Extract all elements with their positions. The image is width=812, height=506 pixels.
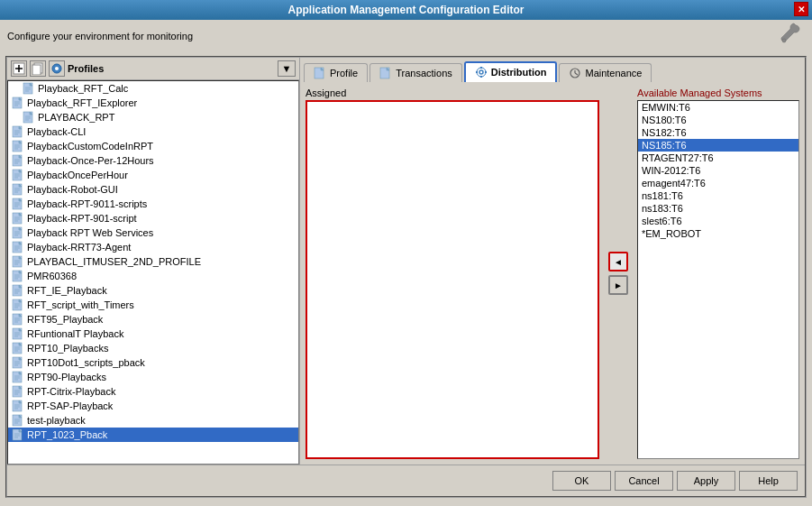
profiles-list-item[interactable]: PlaybackCustomCodeInRPT [8,139,298,153]
profile-item-label: Playback-Once-Per-12Hours [27,155,154,166]
right-panel: Profile Transactions Distribution Mainte… [300,58,805,465]
profile-item-label: RPT10_Playbacks [27,343,109,354]
tab-profile[interactable]: Profile [304,63,368,82]
profiles-list[interactable]: Playback_RFT_Calc Playback_RFT_IExplorer… [7,80,299,465]
profiles-list-item[interactable]: RPT90-Playbacks [8,370,298,384]
profiles-list-item[interactable]: Playback-RPT-901-script [8,211,298,225]
svg-rect-141 [480,76,482,78]
profile-item-label: RPT10Dot1_scripts_pback [27,357,145,368]
apply-button[interactable]: Apply [677,471,735,491]
profile-item-icon [12,140,24,152]
profile-item-label: Playback_RFT_Calc [38,83,128,94]
profiles-list-item[interactable]: RFT95_Playback [8,312,298,327]
available-list-item[interactable]: NS185:T6 [638,139,798,152]
svg-rect-143 [485,71,487,73]
config-text: Configure your environment for monitorin… [0,26,200,46]
available-list-item[interactable]: emagent47:T6 [638,177,798,189]
tab-transactions[interactable]: Transactions [370,63,462,82]
tab-distribution[interactable]: Distribution [464,61,558,82]
profiles-list-item[interactable]: Playback-RRT73-Agent [8,240,298,254]
profile-item-label: Playback_RFT_IExplorer [27,97,137,108]
profile-item-label: Playback RPT Web Services [27,227,153,238]
available-label: Available Managed Systems [637,87,799,98]
title-bar: Application Management Configuration Edi… [0,0,812,20]
profiles-list-item[interactable]: Playback-Robot-GUI [8,182,298,197]
profiles-list-item[interactable]: RPT10Dot1_scripts_pback [8,355,298,370]
profiles-list-item[interactable]: RPT-Citrix-Playback [8,384,298,399]
profiles-list-item[interactable]: Playback-CLI [8,124,298,139]
wrench-icon [778,22,803,49]
profiles-list-item[interactable]: RPT-SAP-Playback [8,399,298,413]
profile-item-label: Playback-CLI [27,126,86,137]
settings-icon-btn[interactable] [49,60,65,77]
svg-point-8 [55,67,59,70]
svg-point-139 [477,68,486,77]
available-list-item[interactable]: ns183:T6 [638,202,798,215]
profiles-list-item[interactable]: test-playback [8,413,298,428]
profile-item-icon [12,414,24,427]
profiles-list-item[interactable]: RPT10_Playbacks [8,341,298,355]
available-list-item[interactable]: slest6:T6 [638,215,798,227]
profile-item-icon [12,299,24,311]
new-icon-btn[interactable] [11,60,27,77]
doc-icon [314,67,326,79]
help-button[interactable]: Help [739,471,798,491]
tab-label-maintenance: Maintenance [585,68,642,78]
clock-icon [569,67,581,79]
svg-point-1 [782,39,786,42]
profiles-dropdown-btn[interactable]: ▼ [278,60,296,77]
move-right-button[interactable]: ► [608,275,628,295]
available-list[interactable]: EMWIN:T6NS180:T6NS182:T6NS185:T6RTAGENT2… [637,100,799,459]
available-list-item[interactable]: NS180:T6 [638,114,798,126]
profile-item-icon [12,342,24,354]
profile-item-icon [12,356,24,369]
profile-item-icon [12,327,24,340]
profiles-label: Profiles [68,63,275,74]
profile-item-label: RFuntionalT Playback [27,328,123,339]
available-list-item[interactable]: RTAGENT27:T6 [638,152,798,164]
available-list-item[interactable]: EMWIN:T6 [638,101,798,114]
available-list-item[interactable]: NS182:T6 [638,126,798,139]
profile-item-icon [12,212,24,225]
profile-item-icon [12,125,24,138]
profile-item-icon [12,226,24,239]
profile-item-label: Playback-RRT73-Agent [27,242,131,253]
profile-item-icon [12,371,24,383]
profiles-list-item[interactable]: RPT_1023_Pback [8,428,298,442]
profiles-list-item[interactable]: RFuntionalT Playback [8,327,298,341]
profiles-list-item[interactable]: PlaybackOncePerHour [8,168,298,182]
svg-rect-140 [480,67,482,69]
profiles-list-item[interactable]: Playback_RFT_Calc [8,81,298,96]
svg-rect-6 [32,65,41,75]
ok-button[interactable]: OK [552,471,611,491]
profile-item-label: Playback-RPT-901-script [27,213,137,224]
profiles-list-item[interactable]: Playback RPT Web Services [8,225,298,240]
profiles-list-item[interactable]: PMR60368 [8,269,298,283]
close-button[interactable]: ✕ [794,2,808,16]
available-list-item[interactable]: *EM_ROBOT [638,227,798,240]
profiles-panel: Profiles ▼ Playback_RFT_Calc Playback_RF… [7,58,300,465]
profile-item-label: test-playback [27,415,86,426]
profile-item-icon [12,154,24,167]
profiles-list-item[interactable]: PLAYBACL_ITMUSER_2ND_PROFILE [8,254,298,269]
tabs-bar: Profile Transactions Distribution Mainte… [300,58,805,82]
profile-item-label: PlaybackOncePerHour [27,170,128,180]
profiles-list-item[interactable]: Playback_RFT_IExplorer [8,96,298,110]
profile-item-icon [23,111,35,124]
profiles-list-item[interactable]: RFT_script_with_Timers [8,298,298,312]
profiles-list-item[interactable]: PLAYBACK_RPT [8,110,298,124]
available-list-item[interactable]: ns181:T6 [638,189,798,202]
profiles-list-item[interactable]: Playback-Once-Per-12Hours [8,153,298,168]
profiles-header: Profiles ▼ [7,58,299,80]
svg-point-138 [479,70,483,74]
svg-rect-142 [476,71,478,73]
profiles-list-item[interactable]: RFT_IE_Playback [8,283,298,298]
cancel-button[interactable]: Cancel [615,471,673,491]
tab-maintenance[interactable]: Maintenance [559,63,652,82]
copy-icon-btn[interactable] [30,60,46,77]
assigned-box[interactable] [306,100,599,459]
move-left-button[interactable]: ◄ [608,252,628,271]
tab-content: Assigned ◄ ► Available Managed Systems E… [300,82,805,465]
available-list-item[interactable]: WIN-2012:T6 [638,164,798,177]
profiles-list-item[interactable]: Playback-RPT-9011-scripts [8,197,298,211]
